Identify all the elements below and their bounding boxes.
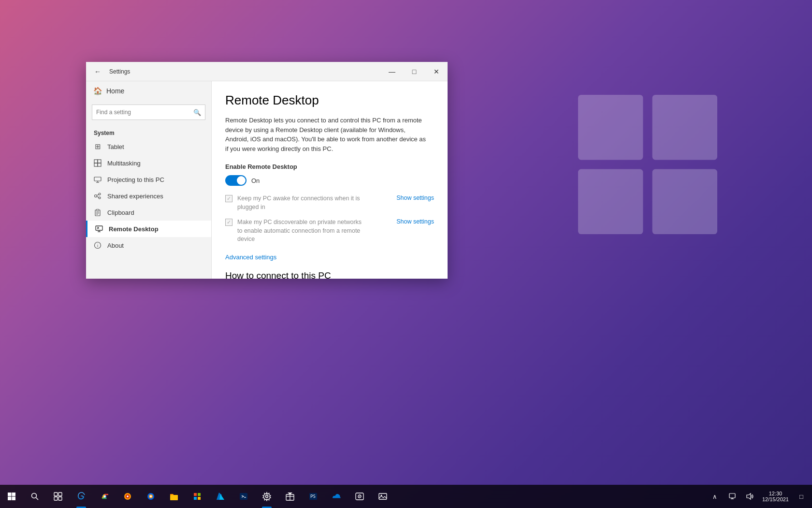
back-button[interactable]: ← [90, 64, 105, 79]
multitasking-label: Multitasking [107, 160, 141, 167]
sidebar: 🏠 Home 🔍 System ⊞ Tablet [86, 81, 212, 279]
taskbar-powershell-button[interactable]: PS [302, 485, 325, 508]
checkmark-icon-2: ✓ [227, 219, 231, 225]
taskbar-onedrive-button[interactable] [325, 485, 348, 508]
svg-point-13 [99, 197, 101, 199]
advanced-settings-link[interactable]: Advanced settings [225, 254, 276, 261]
checkbox-row-1: ✓ Keep my PC awake for connections when … [225, 194, 434, 211]
sidebar-item-shared-experiences[interactable]: Shared experiences [86, 188, 211, 204]
about-label: About [107, 242, 124, 249]
search-icon: 🔍 [193, 109, 201, 116]
taskbar-right: ∧ 12:30 12/15/2021 □ [706, 485, 812, 508]
taskbar-search-button[interactable] [23, 485, 46, 508]
projecting-icon [94, 176, 102, 183]
multitasking-icon [94, 159, 102, 167]
toggle-state-label: On [251, 177, 260, 184]
taskbar: PS ∧ [0, 485, 812, 508]
discoverable-label: Make my PC discoverable on private netwo… [237, 218, 363, 244]
svg-rect-4 [94, 160, 98, 163]
svg-rect-51 [198, 497, 201, 500]
sidebar-item-about[interactable]: i About [86, 237, 211, 254]
taskbar-action-center-button[interactable]: □ [793, 485, 810, 508]
home-icon: 🏠 [94, 87, 102, 95]
content-area: 🏠 Home 🔍 System ⊞ Tablet [86, 81, 448, 279]
taskbar-photos-button[interactable] [371, 485, 394, 508]
svg-line-14 [97, 194, 99, 195]
home-label: Home [106, 87, 124, 95]
taskbar-vpn-button[interactable] [348, 485, 371, 508]
taskbar-volume-icon[interactable] [741, 485, 758, 508]
taskbar-store-button[interactable] [186, 485, 209, 508]
taskbar-network-icon[interactable] [724, 485, 741, 508]
maximize-button[interactable]: □ [403, 62, 425, 81]
taskbar-pinned: PS [23, 485, 394, 508]
svg-rect-2 [578, 169, 643, 234]
sidebar-item-projecting[interactable]: Projecting to this PC [86, 171, 211, 188]
minimize-button[interactable]: — [381, 62, 403, 81]
clock-date: 12/15/2021 [762, 496, 789, 502]
main-content: Remote Desktop Remote Desktop lets you c… [212, 81, 448, 279]
remote-desktop-icon [95, 225, 103, 233]
toggle-row: On [225, 175, 434, 186]
section-label: System [86, 124, 211, 138]
close-button[interactable]: ✕ [425, 62, 448, 81]
svg-rect-8 [94, 177, 101, 181]
svg-point-56 [266, 495, 268, 498]
svg-rect-21 [96, 226, 102, 230]
sidebar-item-home[interactable]: 🏠 Home [86, 81, 211, 101]
svg-line-15 [97, 196, 99, 197]
svg-text:PS: PS [310, 494, 316, 499]
svg-rect-48 [194, 493, 197, 496]
sidebar-item-tablet[interactable]: ⊞ Tablet [86, 138, 211, 155]
keep-awake-checkbox[interactable]: ✓ [225, 195, 232, 202]
taskbar-chevron-button[interactable]: ∧ [706, 485, 724, 508]
how-to-title: How to connect to this PC [225, 270, 434, 279]
svg-rect-50 [194, 497, 197, 500]
svg-rect-32 [12, 497, 16, 501]
svg-point-11 [95, 195, 97, 197]
taskbar-firefox-dev-button[interactable] [139, 485, 162, 508]
checkbox-container-1: ✓ Keep my PC awake for connections when … [225, 194, 392, 211]
tablet-label: Tablet [107, 143, 124, 150]
svg-rect-1 [652, 95, 717, 160]
svg-point-12 [99, 193, 101, 195]
checkbox-row-2: ✓ Make my PC discoverable on private net… [225, 218, 434, 244]
svg-rect-6 [94, 163, 98, 166]
svg-rect-37 [54, 497, 58, 500]
discoverable-checkbox[interactable]: ✓ [225, 219, 232, 226]
taskbar-settings-button[interactable] [255, 485, 278, 508]
taskbar-edge-button[interactable] [70, 485, 93, 508]
enable-label: Enable Remote Desktop [225, 163, 434, 170]
clipboard-label: Clipboard [107, 209, 134, 216]
remote-desktop-toggle[interactable] [225, 175, 246, 186]
svg-text:i: i [97, 243, 98, 248]
window-controls: — □ ✕ [381, 62, 448, 81]
svg-rect-36 [58, 493, 62, 496]
start-button[interactable] [0, 485, 23, 508]
taskbar-terminal-button[interactable] [232, 485, 255, 508]
sidebar-item-remote-desktop[interactable]: Remote Desktop [86, 221, 211, 237]
checkbox-container-2: ✓ Make my PC discoverable on private net… [225, 218, 392, 244]
sidebar-item-multitasking[interactable]: Multitasking [86, 155, 211, 171]
taskbar-firefox-button[interactable] [116, 485, 139, 508]
svg-rect-68 [729, 493, 735, 498]
show-settings-link-1[interactable]: Show settings [396, 194, 434, 201]
sidebar-item-clipboard[interactable]: Clipboard [86, 204, 211, 221]
svg-rect-66 [379, 493, 387, 499]
svg-point-65 [359, 496, 360, 497]
taskbar-task-view-button[interactable] [46, 485, 70, 508]
show-settings-link-2[interactable]: Show settings [396, 218, 434, 225]
taskbar-snip-button[interactable] [278, 485, 302, 508]
svg-rect-38 [58, 497, 62, 500]
taskbar-azure-button[interactable] [209, 485, 232, 508]
title-bar: ← Settings — □ ✕ [86, 62, 448, 81]
settings-window: ← Settings — □ ✕ 🏠 Home 🔍 System ⊞ Table… [86, 62, 448, 279]
shared-experiences-label: Shared experiences [107, 193, 163, 200]
shared-experiences-icon [94, 192, 102, 200]
svg-point-33 [32, 493, 37, 498]
taskbar-clock[interactable]: 12:30 12/15/2021 [758, 485, 793, 508]
search-input[interactable] [96, 109, 193, 116]
taskbar-file-explorer-button[interactable] [162, 485, 186, 508]
taskbar-chrome-button[interactable] [93, 485, 116, 508]
svg-rect-5 [98, 160, 101, 163]
